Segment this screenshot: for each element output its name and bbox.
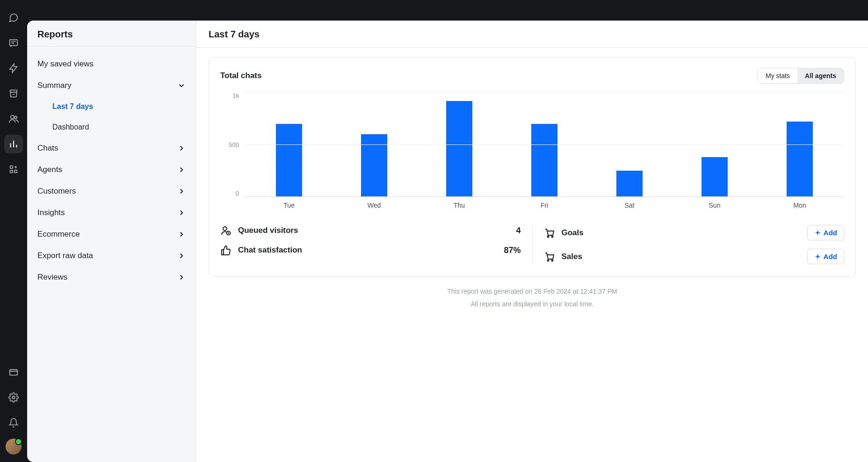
plus-icon (814, 253, 821, 260)
sidebar-item-label: Export raw data (37, 251, 93, 260)
chevron-right-icon (177, 273, 186, 282)
ytick: 0 (220, 190, 239, 197)
xtick: Sun (702, 202, 728, 209)
sidebar-item-label: Reviews (37, 273, 67, 282)
stat-label: Sales (562, 252, 801, 261)
stats-scope-toggle: My stats All agents (758, 68, 844, 84)
svg-point-14 (547, 260, 549, 261)
ytick: 1k (220, 92, 239, 99)
user-avatar[interactable] (6, 439, 22, 455)
sidebar-item-export[interactable]: Export raw data (27, 245, 196, 267)
rail-chat-icon[interactable] (4, 8, 23, 27)
chevron-right-icon (177, 144, 186, 152)
sidebar-item-label: Customers (37, 187, 76, 196)
svg-rect-5 (14, 170, 17, 173)
footer-generated: This report was generated on 26 Feb 2024… (209, 285, 856, 298)
svg-point-10 (223, 227, 227, 231)
add-sales-button[interactable]: Add (807, 249, 844, 264)
chevron-right-icon (177, 209, 186, 217)
rail-billing-icon[interactable] (4, 363, 23, 382)
sidebar-item-label: Ecommerce (37, 230, 80, 239)
chart-bar[interactable] (702, 157, 728, 196)
rail-notifications-icon[interactable] (4, 413, 23, 432)
cart-icon (544, 227, 555, 238)
total-chats-card: Total chats My stats All agents 1k 500 0 (209, 57, 856, 277)
queued-visitors-icon (220, 225, 231, 236)
chevron-right-icon (177, 166, 186, 174)
seg-all-agents[interactable]: All agents (797, 68, 844, 83)
stat-label: Chat satisfaction (238, 245, 497, 255)
stat-sales: Sales Add (544, 249, 845, 264)
xtick: Thu (446, 202, 472, 209)
xtick: Sat (616, 202, 643, 209)
sidebar-item-label: Chats (37, 144, 58, 153)
chart-bar[interactable] (787, 122, 813, 196)
chevron-right-icon (177, 252, 186, 260)
ytick: 500 (220, 141, 239, 148)
sidebar-sub-dashboard[interactable]: Dashboard (27, 117, 196, 137)
chart-bar[interactable] (361, 134, 387, 196)
nav-rail (0, 0, 27, 462)
stat-label: Goals (562, 228, 801, 238)
chevron-down-icon (177, 81, 186, 90)
rail-archive-icon[interactable] (4, 84, 23, 103)
svg-point-12 (547, 236, 549, 237)
sidebar-sub-last7[interactable]: Last 7 days (27, 96, 196, 117)
chart-bar[interactable] (616, 171, 643, 197)
page-title: Last 7 days (209, 29, 856, 40)
svg-rect-4 (10, 166, 13, 169)
sidebar-item-chats[interactable]: Chats (27, 137, 196, 159)
seg-my-stats[interactable]: My stats (758, 68, 797, 83)
plus-icon (814, 229, 821, 236)
add-label: Add (824, 253, 837, 260)
sidebar-title: Reports (37, 29, 186, 40)
stat-csat: Chat satisfaction 87% (220, 245, 521, 256)
sidebar-item-agents[interactable]: Agents (27, 159, 196, 180)
xtick: Fri (531, 202, 557, 209)
chart-bar[interactable] (531, 124, 557, 196)
sidebar-summary-label: Summary (37, 81, 72, 90)
sidebar-item-insights[interactable]: Insights (27, 202, 196, 224)
svg-rect-7 (10, 370, 18, 375)
main-header: Last 7 days (196, 21, 868, 48)
rail-people-icon[interactable] (4, 109, 23, 128)
chevron-right-icon (177, 230, 186, 238)
svg-rect-0 (10, 40, 18, 46)
chart-bars (245, 92, 844, 197)
sidebar-item-customers[interactable]: Customers (27, 180, 196, 202)
add-label: Add (824, 229, 837, 237)
chart-bar[interactable] (276, 124, 302, 196)
report-footer: This report was generated on 26 Feb 2024… (209, 277, 856, 312)
svg-rect-6 (10, 170, 13, 173)
rail-settings-icon[interactable] (4, 388, 23, 407)
main-panel: Last 7 days Total chats My stats All age… (196, 21, 868, 462)
rail-apps-icon[interactable] (4, 160, 23, 179)
svg-point-2 (11, 116, 14, 119)
svg-point-15 (551, 260, 553, 261)
sidebar-summary[interactable]: Summary (27, 75, 196, 96)
add-goals-button[interactable]: Add (807, 225, 844, 240)
total-chats-chart: 1k 500 0 TueWedThuFriSatSunMon (220, 88, 844, 209)
xtick: Wed (361, 202, 387, 209)
svg-rect-1 (10, 90, 17, 93)
rail-reports-icon[interactable] (4, 135, 23, 153)
svg-point-13 (551, 236, 553, 237)
card-title: Total chats (220, 71, 261, 80)
chart-xaxis: TueWedThuFriSatSunMon (245, 197, 844, 209)
stats-row: Queued visitors 4 Chat satisfaction 87% (220, 225, 844, 264)
xtick: Mon (787, 202, 813, 209)
stat-value: 4 (516, 226, 521, 236)
sidebar-saved-views[interactable]: My saved views (27, 53, 196, 75)
sidebar-item-label: Insights (37, 208, 65, 217)
sidebar-item-reviews[interactable]: Reviews (27, 267, 196, 288)
chart-bar[interactable] (446, 101, 472, 196)
sidebar-item-label: Agents (37, 165, 62, 174)
stat-value: 87% (504, 245, 521, 255)
xtick: Tue (276, 202, 302, 209)
sidebar-item-ecommerce[interactable]: Ecommerce (27, 224, 196, 245)
svg-point-8 (12, 396, 15, 399)
rail-inbox-icon[interactable] (4, 34, 23, 52)
rail-automation-icon[interactable] (4, 59, 23, 78)
sidebar-header: Reports (27, 21, 196, 47)
stat-queued: Queued visitors 4 (220, 225, 521, 236)
